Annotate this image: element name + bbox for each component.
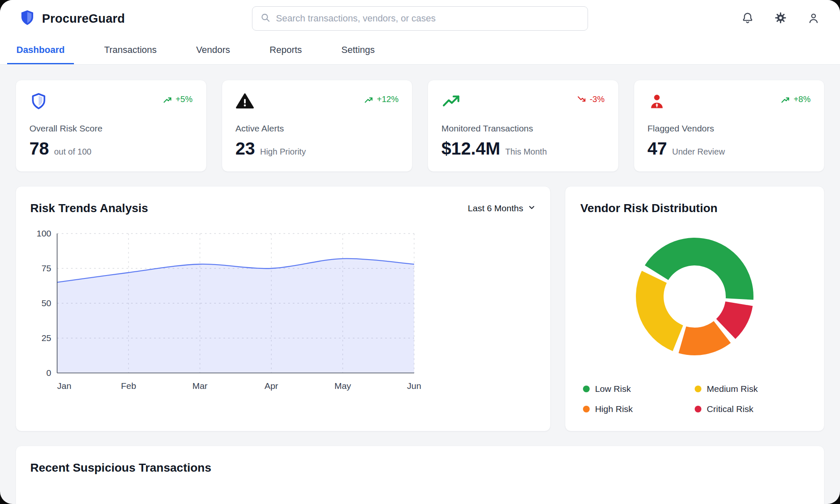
risk-trends-chart: 0255075100JanFebMarAprMayJun	[30, 227, 425, 395]
trend-value: +5%	[176, 94, 193, 104]
trend-badge: +5%	[163, 94, 193, 104]
stat-sublabel: This Month	[505, 147, 547, 157]
shield-icon	[29, 92, 48, 112]
search-input[interactable]	[276, 13, 580, 24]
legend-item: Critical Risk	[695, 404, 806, 414]
recent-transactions-title: Recent Suspicious Transactions	[30, 461, 810, 475]
legend-label: Medium Risk	[707, 384, 758, 394]
bell-icon	[741, 12, 754, 26]
trend-down-icon	[577, 96, 587, 103]
trend-value: +12%	[377, 94, 399, 104]
tab-dashboard[interactable]: Dashboard	[7, 37, 74, 64]
stat-label: Active Alerts	[236, 123, 399, 134]
profile-button[interactable]	[806, 10, 822, 27]
legend-dot	[695, 386, 701, 392]
trend-badge: +12%	[364, 94, 399, 104]
legend-item: High Risk	[583, 404, 695, 414]
settings-button[interactable]	[772, 10, 789, 27]
stat-value: 47	[648, 139, 667, 159]
legend-label: Low Risk	[595, 384, 631, 394]
svg-text:Jun: Jun	[407, 381, 421, 391]
warning-triangle-icon	[236, 92, 254, 112]
stat-value: $12.4M	[441, 139, 500, 159]
stat-sublabel: High Priority	[260, 147, 306, 157]
stat-sublabel: out of 100	[54, 147, 92, 157]
brand: ProcureGuard	[18, 9, 252, 28]
legend-label: Critical Risk	[707, 404, 753, 414]
svg-text:50: 50	[42, 298, 51, 308]
stat-value: 23	[236, 139, 255, 159]
business-person-icon	[648, 92, 666, 112]
svg-text:Apr: Apr	[265, 381, 278, 391]
brand-logo-shield-icon	[18, 9, 36, 28]
stat-label: Flagged Vendors	[648, 123, 811, 134]
range-select[interactable]: Last 6 Months	[468, 203, 536, 214]
vendor-risk-legend: Low Risk Medium Risk High Risk Critical …	[580, 384, 809, 414]
svg-text:Jan: Jan	[57, 381, 71, 391]
chevron-down-icon	[528, 203, 536, 214]
header-actions	[588, 10, 822, 27]
svg-text:0: 0	[46, 368, 51, 378]
recent-transactions-card: Recent Suspicious Transactions	[16, 446, 824, 504]
search-icon	[260, 12, 271, 25]
tab-reports[interactable]: Reports	[260, 37, 311, 64]
trend-up-icon	[163, 96, 173, 103]
vendor-risk-donut	[632, 234, 758, 360]
tab-transactions[interactable]: Transactions	[95, 37, 166, 64]
legend-item: Low Risk	[583, 384, 695, 394]
stat-card: +8% Flagged Vendors 47 Under Review	[634, 80, 825, 172]
app-window: ProcureGuard	[0, 0, 840, 504]
gear-icon	[774, 11, 787, 26]
svg-text:Mar: Mar	[192, 381, 207, 391]
svg-text:25: 25	[42, 333, 51, 343]
trend-value: +8%	[793, 94, 811, 104]
legend-dot	[583, 386, 590, 392]
legend-dot	[695, 406, 701, 412]
trend-badge: +8%	[780, 94, 811, 104]
stat-cards-row: +5% Overall Risk Score 78 out of 100	[16, 80, 824, 172]
stat-card: -3% Monitored Transactions $12.4M This M…	[428, 80, 619, 172]
main-content: +5% Overall Risk Score 78 out of 100	[0, 65, 840, 504]
tab-vendors[interactable]: Vendors	[187, 37, 239, 64]
charts-row: Risk Trends Analysis Last 6 Months 02550…	[16, 186, 824, 431]
risk-trends-title: Risk Trends Analysis	[30, 202, 148, 215]
stat-sublabel: Under Review	[672, 147, 725, 157]
trend-badge: -3%	[577, 94, 605, 104]
user-icon	[807, 12, 820, 26]
notifications-button[interactable]	[740, 10, 756, 27]
legend-item: Medium Risk	[695, 384, 806, 394]
stat-card: +5% Overall Risk Score 78 out of 100	[16, 80, 207, 172]
vendor-risk-title: Vendor Risk Distribution	[580, 202, 809, 215]
vendor-risk-card: Vendor Risk Distribution Low Risk Medium…	[565, 186, 824, 431]
brand-name: ProcureGuard	[42, 12, 125, 26]
search-box[interactable]	[252, 6, 588, 31]
svg-text:Feb: Feb	[121, 381, 136, 391]
trend-up-icon	[364, 96, 374, 103]
header: ProcureGuard	[0, 0, 840, 37]
stat-value: 78	[29, 139, 49, 159]
stat-label: Overall Risk Score	[29, 123, 193, 134]
trend-value: -3%	[590, 94, 605, 104]
trend-up-icon	[780, 96, 790, 103]
stat-card: +12% Active Alerts 23 High Priority	[222, 80, 413, 172]
svg-text:May: May	[334, 381, 351, 391]
stat-label: Monitored Transactions	[441, 123, 605, 134]
range-select-label: Last 6 Months	[468, 203, 523, 213]
svg-text:100: 100	[37, 228, 51, 238]
nav-tabs: Dashboard Transactions Vendors Reports S…	[0, 37, 840, 65]
legend-label: High Risk	[595, 404, 633, 414]
tab-settings[interactable]: Settings	[332, 37, 384, 64]
trending-up-icon	[441, 92, 461, 112]
svg-text:75: 75	[42, 263, 51, 273]
risk-trends-card: Risk Trends Analysis Last 6 Months 02550…	[16, 186, 551, 431]
legend-dot	[583, 406, 590, 412]
